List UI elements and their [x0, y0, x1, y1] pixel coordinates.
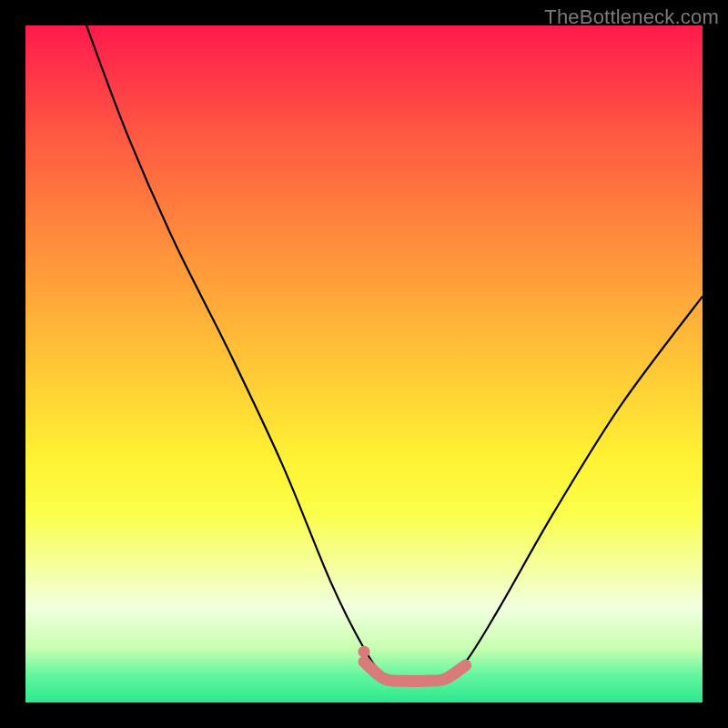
- optimal-band-path: [364, 662, 466, 681]
- bottleneck-curve-right: [405, 297, 703, 683]
- bottleneck-curve-left: [86, 25, 405, 682]
- optimal-marker-dot: [359, 646, 370, 658]
- chart-svg: [25, 25, 703, 703]
- chart-frame: TheBottleneck.com: [0, 0, 728, 728]
- plot-area: [25, 25, 703, 703]
